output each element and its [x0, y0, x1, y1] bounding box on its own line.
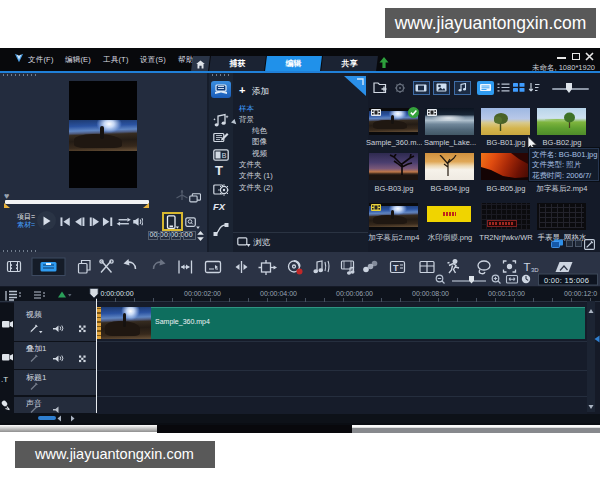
- svg-text:T: T: [393, 262, 399, 272]
- svg-text:B: B: [222, 152, 227, 159]
- svg-text:0:00: 15:006: 0:00: 15:006: [544, 275, 589, 284]
- svg-text:T: T: [524, 261, 531, 273]
- svg-text:.T: .T: [1, 375, 8, 384]
- svg-text:3D: 3D: [531, 267, 539, 273]
